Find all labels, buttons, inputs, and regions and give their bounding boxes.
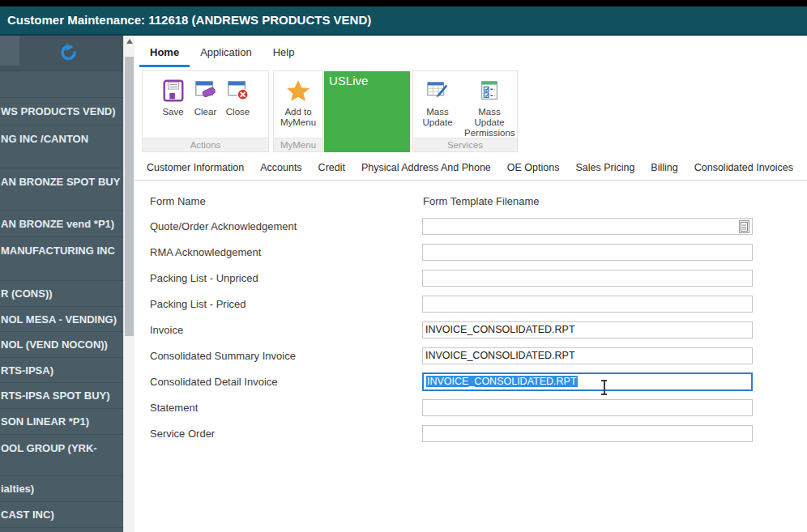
ribbon-group-mymenu: Add to MyMenu MyMenu (273, 70, 323, 152)
ribbon-tab-bar: Home Application Help (139, 40, 305, 67)
customer-list-item[interactable]: MANUFACTURING INC (0, 237, 123, 281)
customer-list-item[interactable]: NOL (VEND NOCON)) (0, 332, 123, 358)
group-label-mymenu: MyMenu (274, 138, 322, 151)
template-picker-icon[interactable] (739, 220, 749, 233)
ribbon-group-actions: Save Clear (142, 70, 269, 152)
tab-credit[interactable]: Credit (318, 159, 345, 180)
refresh-icon[interactable] (58, 42, 79, 63)
service-order-input[interactable] (422, 425, 753, 442)
form-row-rma-acknowledgement: RMA Acknowledgement (150, 240, 753, 266)
form-template-filename-header: Form Template Filename (423, 195, 540, 207)
ribbon-tab-help[interactable]: Help (263, 40, 305, 67)
customer-list-item[interactable]: ialties) (0, 476, 123, 502)
form-row-statement: Statement (150, 395, 753, 421)
form-row-packing-list-unpriced: Packing List - Unpriced (150, 266, 753, 292)
star-icon (284, 77, 312, 104)
tab-sales-pricing[interactable]: Sales Pricing (575, 159, 634, 180)
packing-list-priced-input[interactable] (422, 296, 753, 313)
sidebar-scrollbar[interactable] (123, 36, 134, 532)
clear-button[interactable]: Clear (190, 75, 222, 119)
mass-update-permissions-button[interactable]: Mass Update Permissions (462, 75, 517, 140)
rma-acknowledgement-input[interactable] (422, 244, 753, 261)
tab-accounts[interactable]: Accounts (260, 159, 301, 180)
mass-update-table-icon (424, 77, 451, 104)
tab-physical-address-and-phone[interactable]: Physical Address And Phone (361, 159, 491, 180)
scrollbar-up-arrow-icon[interactable] (126, 39, 133, 44)
environment-badge: USLive (324, 71, 410, 152)
customer-list-item[interactable]: AN BRONZE vend *P1) (0, 211, 123, 237)
page-tab-bar: Customer Information Accounts Credit Phy… (134, 159, 807, 181)
close-window-icon (224, 77, 252, 104)
form-rows: Quote/Order Acknowledgement RMA Acknowle (150, 214, 753, 447)
tab-oe-options[interactable]: OE Options (507, 159, 560, 180)
group-label-actions: Actions (143, 138, 268, 151)
close-button[interactable]: Close (222, 75, 254, 119)
ribbon-tab-application[interactable]: Application (190, 40, 263, 67)
form-row-consolidated-detail-invoice: Consolidated Detail Invoice INVOICE_CONS… (150, 369, 753, 395)
customer-list-item[interactable]: CAST INC) (0, 502, 123, 528)
save-button[interactable]: Save (157, 75, 190, 119)
customer-list-item[interactable]: RTS-IPSA) (0, 358, 123, 383)
consolidated-detail-invoice-input[interactable]: INVOICE_CONSOLIDATED.RPT (422, 372, 753, 391)
customer-list-item[interactable]: OOL GROUP (YRK- (0, 435, 123, 476)
customer-list-sidebar: WS PRODUCTS VEND) NG INC /CANTON AN BRON… (0, 36, 123, 532)
form-row-consolidated-summary-invoice: Consolidated Summary Invoice INVOICE_CON… (150, 343, 753, 369)
tab-billing[interactable]: Billing (651, 159, 677, 180)
form-row-service-order: Service Order (150, 421, 753, 447)
customer-list-item[interactable]: RTS-IPSA SPOT BUY) (0, 383, 123, 409)
top-black-strip (0, 0, 807, 6)
permissions-checklist-icon (476, 77, 503, 104)
ribbon-tab-home[interactable]: Home (139, 40, 190, 67)
customer-list-item[interactable]: SON LINEAR *P1) (0, 409, 123, 435)
sidebar-header (0, 36, 123, 71)
customer-list-item[interactable]: WS PRODUCTS VEND) (0, 98, 123, 126)
text-cursor-icon (600, 379, 608, 395)
form-name-header: Form Name (150, 195, 206, 207)
clear-eraser-icon (192, 77, 220, 104)
customer-list-item[interactable]: R (CONS)) (0, 281, 123, 307)
mass-update-button[interactable]: Mass Update (413, 75, 462, 130)
form-row-quote-order-acknowledgement: Quote/Order Acknowledgement (150, 214, 753, 240)
app-window: Customer Maintenance: 112618 (ANDREWS PR… (0, 0, 807, 532)
consolidated-summary-invoice-input[interactable]: INVOICE_CONSOLIDATED.RPT (422, 347, 753, 364)
statement-input[interactable] (422, 399, 753, 416)
scrollbar-thumb[interactable] (125, 57, 134, 336)
form-row-invoice: Invoice INVOICE_CONSOLIDATED.RPT (150, 317, 753, 343)
quote-order-acknowledgement-input[interactable] (422, 218, 753, 235)
sidebar-corner-button[interactable] (0, 36, 19, 66)
customer-list-item[interactable]: NG INC /CANTON (0, 126, 123, 168)
packing-list-unpriced-input[interactable] (422, 270, 753, 287)
tab-customer-information[interactable]: Customer Information (147, 159, 244, 180)
sidebar-empty-row (0, 71, 123, 98)
save-floppy-icon (160, 77, 187, 104)
invoice-input[interactable]: INVOICE_CONSOLIDATED.RPT (422, 321, 753, 338)
tab-consolidated-invoices[interactable]: Consolidated Invoices (694, 159, 793, 180)
customer-list-item[interactable]: AN BRONZE SPOT BUY (0, 168, 123, 211)
main-panel: Home Application Help S (134, 36, 807, 532)
window-title: Customer Maintenance: 112618 (ANDREWS PR… (0, 6, 807, 36)
add-to-mymenu-button[interactable]: Add to MyMenu (274, 75, 322, 130)
customer-list-item[interactable]: NOL MESA - VENDING) (0, 307, 123, 332)
form-row-packing-list-priced: Packing List - Priced (150, 292, 753, 317)
selected-text: INVOICE_CONSOLIDATED.RPT (426, 376, 578, 387)
group-label-services: Services (413, 138, 517, 151)
ribbon-group-services: Mass Update (412, 70, 518, 152)
